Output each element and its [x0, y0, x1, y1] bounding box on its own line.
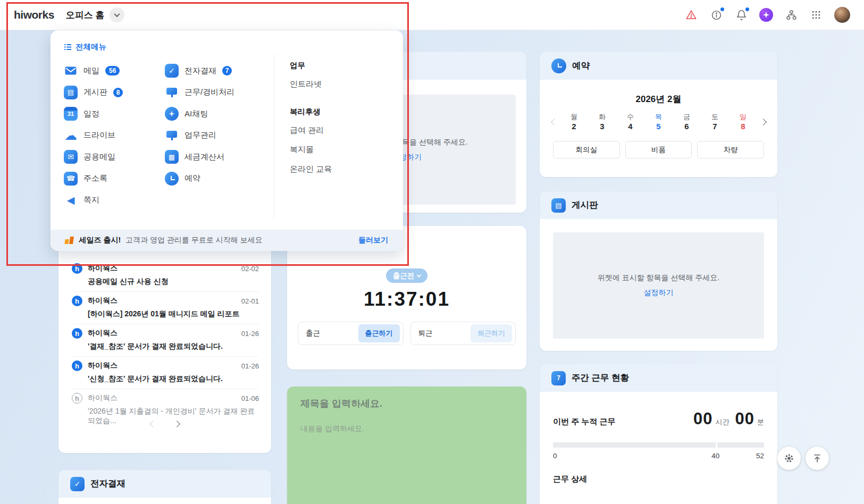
menu-item-board[interactable]: ▤ 게시판 8 — [64, 86, 165, 99]
menu-item-approval[interactable]: ✓ 전자결재 7 — [165, 64, 266, 78]
reservation-clock-icon — [551, 58, 566, 73]
work-expense-monitor-icon — [165, 86, 179, 99]
warning-button[interactable] — [684, 8, 698, 22]
menu-item-mail[interactable]: 메일 56 — [64, 64, 165, 78]
menu-item-welfare-mall[interactable]: 복지몰 — [290, 145, 391, 155]
attendance-status-pill[interactable]: 출근전 — [386, 268, 428, 283]
weekly-summary-row: 이번 주 누적 근무 00 시간 00 분 — [553, 409, 764, 429]
vehicle-button[interactable]: 차량 — [697, 141, 764, 158]
menu-item-drive[interactable]: ☁ 드라이브 — [64, 129, 165, 142]
explore-link[interactable]: 둘러보기 — [358, 236, 388, 245]
day-number: 7 — [701, 122, 729, 131]
hiworks-sender-icon: h — [72, 263, 82, 274]
notification-subject: '결재_참조' 문서가 결재 완료되었습니다. — [88, 342, 259, 351]
menu-item-task-management[interactable]: 업무관리 — [165, 129, 266, 142]
calendar-next-button[interactable] — [757, 112, 769, 124]
settings-fab[interactable] — [777, 447, 801, 470]
calendar-grid: 월2 화3 수4 목5 금6 토7 일8 — [560, 112, 757, 131]
minutes-value: 00 — [735, 409, 754, 429]
work-detail-heading: 근무 상세 — [553, 474, 764, 484]
menu-item-contacts[interactable]: ☎ 주소록 — [64, 172, 165, 186]
clock-hands-icon — [558, 63, 562, 68]
menu-item-memo[interactable]: ◀ 쪽지 — [64, 193, 165, 207]
check-out-button[interactable]: 퇴근하기 — [471, 324, 512, 342]
section-title-work: 업무 — [290, 61, 391, 71]
org-chart-button[interactable] — [784, 8, 798, 22]
scale-40: 40 — [711, 452, 719, 460]
calendar-day[interactable]: 토7 — [701, 112, 729, 131]
board-icon: ▤ — [64, 86, 78, 99]
menu-item-label: 업무관리 — [184, 130, 216, 140]
workspace-switcher[interactable]: 오피스 홈 — [66, 7, 124, 22]
calendar-prev-button[interactable] — [548, 112, 560, 124]
sparkle-icon — [169, 111, 175, 117]
widget-header: 예약 — [540, 52, 777, 80]
menu-item-work-expense[interactable]: 근무/경비처리 — [165, 86, 266, 99]
calendar-day[interactable]: 금6 — [673, 112, 701, 131]
check-in-box: 출근 출근하기 — [298, 322, 404, 345]
menu-item-label: 근무/경비처리 — [184, 87, 234, 97]
day-number: 2 — [560, 122, 588, 131]
widget-header: ✓ 전자결재 — [58, 470, 271, 498]
app-grid-button[interactable] — [809, 8, 823, 22]
reservation-clock-icon — [165, 172, 179, 186]
day-number: 3 — [588, 122, 616, 131]
calendar-day[interactable]: 수4 — [616, 112, 644, 131]
workspace-dropdown-button[interactable] — [110, 7, 124, 22]
all-menu-heading[interactable]: 전체메뉴 — [64, 42, 106, 52]
menu-item-label: 쪽지 — [83, 195, 99, 205]
clock-hands-icon — [171, 176, 175, 180]
configure-link[interactable]: 설정하기 — [644, 288, 674, 298]
bell-icon — [736, 10, 747, 21]
memo-note-widget[interactable]: 제목을 입력하세요. 내용을 입력하세요. — [287, 387, 526, 504]
menu-item-intranet[interactable]: 인트라넷 — [290, 79, 391, 89]
notification-row[interactable]: h 하이웍스 01-26 '신청_참조' 문서가 결재 완료되었습니다. — [72, 357, 259, 389]
hiworks-logo[interactable]: hiworks — [14, 9, 54, 21]
notification-row[interactable]: h 하이웍스 02-02 공용메일 신규 사용 신청 — [72, 259, 259, 292]
profile-avatar[interactable] — [834, 7, 850, 23]
menu-item-ai-chat[interactable]: AI채팅 — [165, 107, 266, 121]
calendar-day-today[interactable]: 목5 — [644, 112, 673, 131]
menu-item-label: 게시판 — [83, 87, 107, 97]
note-title-placeholder[interactable]: 제목을 입력하세요. — [300, 397, 513, 410]
day-number: 6 — [673, 122, 701, 131]
sales-promo-banner: 세일즈 출시! 고객과 영업 관리를 무료로 시작해 보세요 둘러보기 — [51, 230, 403, 251]
weekly-totals: 00 시간 00 분 — [693, 409, 764, 429]
menu-item-payroll[interactable]: 급여 관리 — [290, 125, 391, 136]
menu-item-shared-mail[interactable]: ✉ 공용메일 — [64, 150, 165, 164]
navbar-actions — [684, 7, 850, 23]
info-button[interactable] — [709, 8, 723, 22]
scroll-to-top-fab[interactable] — [806, 447, 829, 470]
menu-item-calendar[interactable]: 31 일정 — [64, 107, 165, 121]
calendar-day[interactable]: 화3 — [588, 112, 616, 131]
meeting-room-button[interactable]: 회의실 — [553, 141, 620, 158]
alerts-button[interactable] — [734, 8, 748, 22]
prev-page-icon[interactable] — [149, 421, 156, 427]
menu-item-tax-invoice[interactable]: ▦ 세금계산서 — [165, 150, 266, 164]
next-page-icon[interactable] — [173, 421, 180, 427]
ai-chat-icon — [759, 8, 773, 22]
sender-name: 하이웍스 — [88, 264, 118, 273]
notification-row[interactable]: h 하이웍스 02-01 [하이웍스] 2026년 01월 매니지드 메일 리포… — [72, 292, 259, 324]
warning-triangle-icon — [685, 9, 697, 21]
calendar-day[interactable]: 월2 — [560, 112, 588, 131]
list-menu-icon — [64, 43, 72, 51]
menu-item-label: AI채팅 — [184, 109, 208, 119]
gear-icon — [783, 452, 795, 464]
current-time: 11:37:01 — [287, 288, 526, 310]
check-out-label: 퇴근 — [418, 329, 433, 338]
grid-icon — [811, 10, 821, 20]
calendar-day-sunday[interactable]: 일8 — [729, 112, 757, 131]
all-menu-label: 전체메뉴 — [76, 42, 106, 52]
check-in-button[interactable]: 출근하기 — [358, 324, 400, 342]
widget-title: 게시판 — [572, 199, 598, 211]
supplies-button[interactable]: 비품 — [625, 141, 692, 158]
chevron-right-icon — [760, 119, 767, 125]
menu-item-online-education[interactable]: 온라인 교육 — [290, 164, 391, 174]
scale-52: 52 — [756, 452, 764, 460]
ai-assistant-button[interactable] — [759, 8, 773, 22]
notification-row[interactable]: h 하이웍스 01-26 '결재_참조' 문서가 결재 완료되었습니다. — [72, 324, 259, 357]
note-content-placeholder[interactable]: 내용을 입력하세요. — [300, 424, 513, 434]
menu-item-reservation[interactable]: 예약 — [165, 172, 266, 186]
chevron-down-icon — [417, 273, 421, 277]
